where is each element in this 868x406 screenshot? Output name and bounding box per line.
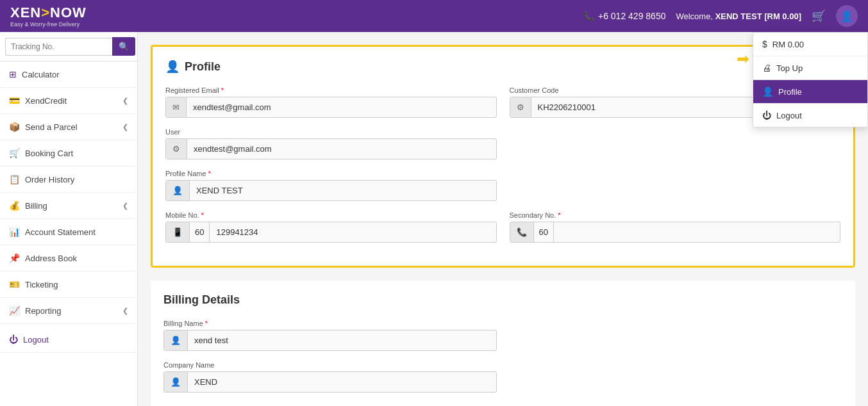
account-statement-icon: 📊	[9, 227, 20, 237]
registered-email-label: Registered Email *	[165, 86, 497, 94]
calculator-icon: ⊞	[9, 69, 17, 79]
ticketing-icon: 🎫	[9, 279, 20, 289]
sidebar-label-logout: Logout	[23, 335, 49, 345]
dropdown-profile[interactable]: 👤 Profile	[753, 80, 867, 104]
gear-icon: ⚙	[510, 97, 531, 117]
secondary-country-code: 60	[534, 222, 554, 242]
dropdown-menu: $ RM 0.00 🖨 Top Up 👤 Profile ⏻ Logout	[753, 32, 868, 127]
send-parcel-icon: 📦	[9, 122, 20, 132]
profile-card: 👤 Profile Registered Email * ✉ Customer …	[151, 45, 855, 268]
logout-icon: ⏻	[762, 110, 771, 120]
sidebar-label-order-history: Order History	[25, 175, 74, 184]
mobile-icon: 📱	[166, 222, 190, 242]
secondary-group: Secondary No. * 📞 60	[510, 211, 841, 243]
company-name-field[interactable]	[188, 372, 496, 392]
user-field-icon: ⚙	[166, 139, 187, 159]
sidebar-logout-icon: ⏻	[9, 334, 18, 345]
body-layout: 🔍 ⊞Calculator 💳XendCredit ❮ 📦Send a Parc…	[0, 32, 868, 406]
sidebar-item-ticketing[interactable]: 🎫Ticketing	[0, 272, 137, 298]
chevron-icon: ❮	[122, 202, 128, 210]
logo-tagline: Easy & Worry-free Delivery	[10, 21, 87, 28]
profile-row-4: Mobile No. * 📱 60 Secondary No. * 📞 60	[165, 211, 840, 243]
profile-name-group: Profile Name * 👤	[165, 170, 497, 201]
sidebar-item-send-parcel[interactable]: 📦Send a Parcel ❮	[0, 114, 137, 140]
dropdown-topup[interactable]: 🖨 Top Up	[753, 56, 867, 80]
registered-email-group: Registered Email * ✉	[165, 86, 497, 118]
sidebar-item-billing[interactable]: 💰Billing ❮	[0, 193, 137, 219]
search-input[interactable]	[5, 38, 112, 56]
sidebar-item-booking-cart[interactable]: 🛒Booking Cart	[0, 140, 137, 166]
billing-person-icon: 👤	[164, 330, 188, 350]
sidebar-label-booking-cart: Booking Cart	[25, 149, 73, 158]
header-phone: 📞 +6 012 429 8650	[583, 11, 666, 21]
dropdown-logout-label: Logout	[776, 111, 802, 120]
search-button[interactable]: 🔍	[112, 37, 135, 56]
chevron-icon: ❮	[122, 307, 128, 315]
phone-icon: 📞	[583, 11, 594, 21]
cart-icon[interactable]: 🛒	[812, 9, 826, 23]
topup-icon: 🖨	[762, 63, 771, 73]
profile-name-label: Profile Name *	[165, 170, 497, 177]
billing-name-placeholder	[510, 320, 843, 351]
order-history-icon: 📋	[9, 174, 20, 184]
logo-area: XEN>NOW Easy & Worry-free Delivery	[10, 4, 87, 28]
mobile-group: Mobile No. * 📱 60	[165, 211, 497, 243]
mobile-country-code: 60	[190, 222, 210, 242]
mobile-field[interactable]	[210, 222, 496, 242]
registered-email-input-wrapper: ✉	[165, 97, 497, 118]
secondary-field[interactable]	[554, 222, 840, 242]
sidebar-item-address-book[interactable]: 📌Address Book	[0, 245, 137, 272]
billing-row-1: Billing Name * 👤	[163, 320, 842, 351]
sidebar-label-xendcredit: XendCredit	[25, 96, 67, 106]
dropdown-logout[interactable]: ⏻ Logout	[753, 104, 867, 127]
header: XEN>NOW Easy & Worry-free Delivery 📞 +6 …	[0, 0, 868, 32]
user-input-wrapper: ⚙	[165, 138, 497, 159]
address-book-icon: 📌	[9, 253, 20, 263]
company-name-group: Company Name 👤	[163, 361, 497, 393]
profile-name-field[interactable]	[190, 181, 496, 200]
registered-email-field[interactable]	[187, 97, 496, 117]
billing-icon: 💰	[9, 200, 20, 211]
sidebar-label-calculator: Calculator	[22, 70, 60, 79]
billing-name-field[interactable]	[188, 330, 496, 350]
sidebar-item-xendcredit[interactable]: 💳XendCredit ❮	[0, 88, 137, 114]
billing-name-label: Billing Name *	[163, 320, 497, 327]
sidebar-item-reporting[interactable]: 📈Reporting ❮	[0, 298, 137, 324]
xendcredit-icon: 💳	[9, 95, 20, 106]
dollar-icon: $	[762, 39, 767, 49]
reporting-icon: 📈	[9, 305, 20, 316]
user-group: User ⚙	[165, 128, 497, 159]
profile-name-placeholder-group	[510, 170, 841, 201]
billing-section: Billing Details Billing Name * 👤 Co	[151, 280, 855, 406]
logo: XEN>NOW	[10, 4, 87, 21]
company-icon: 👤	[164, 372, 188, 392]
user-avatar[interactable]: 👤	[836, 5, 858, 27]
dropdown-topup-label: Top Up	[776, 63, 803, 73]
chevron-icon: ❮	[122, 123, 128, 131]
secondary-label: Secondary No. *	[510, 211, 841, 219]
company-name-label: Company Name	[163, 361, 497, 369]
sidebar-item-account-statement[interactable]: 📊Account Statement	[0, 219, 137, 245]
sidebar-label-ticketing: Ticketing	[25, 280, 58, 289]
sidebar-label-address-book: Address Book	[25, 254, 77, 263]
mobile-label: Mobile No. *	[165, 211, 497, 219]
profile-row-2: User ⚙	[165, 128, 840, 159]
email-icon: ✉	[166, 97, 187, 117]
company-name-input-wrapper: 👤	[163, 371, 497, 393]
arrow-indicator: ➡	[737, 50, 749, 68]
sidebar-item-logout[interactable]: ⏻Logout	[0, 327, 137, 353]
sidebar-item-calculator[interactable]: ⊞Calculator	[0, 61, 137, 88]
chevron-icon: ❮	[122, 97, 128, 105]
header-right: 📞 +6 012 429 8650 Welcome, XEND TEST [RM…	[583, 5, 858, 27]
sidebar-label-send-parcel: Send a Parcel	[25, 122, 78, 132]
user-field[interactable]	[187, 139, 496, 159]
sidebar: 🔍 ⊞Calculator 💳XendCredit ❮ 📦Send a Parc…	[0, 32, 138, 406]
secondary-input-wrapper: 📞 60	[510, 222, 841, 243]
profile-name-input-wrapper: 👤	[165, 180, 497, 201]
sidebar-item-order-history[interactable]: 📋Order History	[0, 166, 137, 193]
dropdown-balance-label: RM 0.00	[772, 40, 804, 49]
dropdown-balance[interactable]: $ RM 0.00	[753, 33, 867, 56]
billing-name-input-wrapper: 👤	[163, 330, 497, 351]
user-label: User	[165, 128, 497, 136]
billing-title: Billing Details	[163, 293, 842, 307]
